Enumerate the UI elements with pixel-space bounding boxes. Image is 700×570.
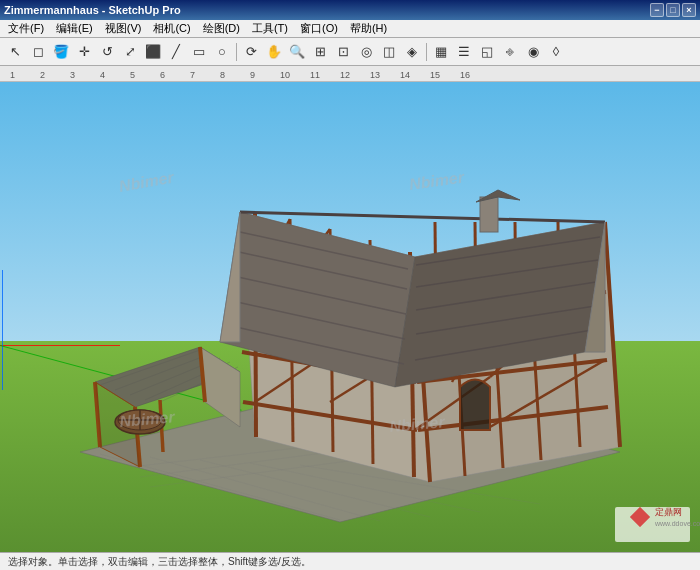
menu-item-o[interactable]: 窗口(O): [294, 20, 344, 37]
zoom-extents-button[interactable]: ⊞: [309, 41, 331, 63]
svg-text:Nbimer: Nbimer: [408, 168, 466, 193]
status-text: 选择对象。单击选择，双击编辑，三击选择整体，Shift键多选/反选。: [8, 555, 311, 569]
ruler-mark-11: 11: [310, 70, 340, 81]
ruler-mark-6: 6: [160, 70, 190, 81]
extra-tool-0-button[interactable]: ▦: [430, 41, 452, 63]
menu-item-e[interactable]: 编辑(E): [50, 20, 99, 37]
menu-item-t[interactable]: 工具(T): [246, 20, 294, 37]
ruler-mark-16: 16: [460, 70, 490, 81]
svg-marker-85: [220, 212, 240, 342]
window-controls: − □ ×: [650, 3, 696, 17]
extra-tool-2-button[interactable]: ◱: [476, 41, 498, 63]
ruler-mark-4: 4: [100, 70, 130, 81]
ruler-mark-13: 13: [370, 70, 400, 81]
paint-button[interactable]: 🪣: [50, 41, 72, 63]
toolbar-separator-2: [426, 43, 427, 61]
ruler-mark-14: 14: [400, 70, 430, 81]
svg-text:Nbimer: Nbimer: [118, 169, 176, 195]
select-button[interactable]: ↖: [4, 41, 26, 63]
toolbar-separator-1: [236, 43, 237, 61]
ruler-mark-2: 2: [40, 70, 70, 81]
svg-marker-72: [220, 212, 415, 387]
ruler-mark-8: 8: [220, 70, 250, 81]
minimize-button[interactable]: −: [650, 3, 664, 17]
ruler-mark-10: 10: [280, 70, 310, 81]
window-title: Zimmermannhaus - SketchUp Pro: [4, 4, 650, 16]
circle-button[interactable]: ○: [211, 41, 233, 63]
status-bar: 选择对象。单击选择，双击编辑，三击选择整体，Shift键多选/反选。: [0, 552, 700, 570]
building-3d: Nbimer Nbimer Nbimer Nbimer 定鼎网 www.ddov…: [0, 82, 700, 552]
menu-item-d[interactable]: 绘图(D): [197, 20, 246, 37]
svg-marker-15: [200, 347, 240, 427]
zoom-button[interactable]: 🔍: [286, 41, 308, 63]
viewport[interactable]: Nbimer Nbimer Nbimer Nbimer 定鼎网 www.ddov…: [0, 82, 700, 552]
ruler-mark-3: 3: [70, 70, 100, 81]
maximize-button[interactable]: □: [666, 3, 680, 17]
view8-button[interactable]: ◈: [401, 41, 423, 63]
svg-line-74: [240, 212, 605, 222]
menu-item-h[interactable]: 帮助(H): [344, 20, 393, 37]
ruler-mark-12: 12: [340, 70, 370, 81]
menu-bar: 文件(F)编辑(E)视图(V)相机(C)绘图(D)工具(T)窗口(O)帮助(H): [0, 20, 700, 38]
svg-text:www.ddove.com: www.ddove.com: [654, 520, 700, 527]
extra-tool-4-button[interactable]: ◉: [522, 41, 544, 63]
title-bar: Zimmermannhaus - SketchUp Pro − □ ×: [0, 0, 700, 20]
close-button[interactable]: ×: [682, 3, 696, 17]
move-button[interactable]: ✛: [73, 41, 95, 63]
orbit-button[interactable]: ⟳: [240, 41, 262, 63]
line-button[interactable]: ╱: [165, 41, 187, 63]
ruler-mark-1: 1: [10, 70, 40, 81]
view7-button[interactable]: ◫: [378, 41, 400, 63]
push-pull-button[interactable]: ⬛: [142, 41, 164, 63]
ruler-marks: 12345678910111213141516: [0, 66, 700, 81]
ruler-bar: 12345678910111213141516: [0, 66, 700, 82]
extra-tool-5-button[interactable]: ◊: [545, 41, 567, 63]
extra-tool-3-button[interactable]: ⎆: [499, 41, 521, 63]
ruler-mark-15: 15: [430, 70, 460, 81]
ruler-mark-9: 9: [250, 70, 280, 81]
svg-rect-87: [480, 197, 498, 232]
toolbar: ↖◻🪣✛↺⤢⬛╱▭○⟳✋🔍⊞⊡◎◫◈▦☰◱⎆◉◊: [0, 38, 700, 66]
rotate-button[interactable]: ↺: [96, 41, 118, 63]
ruler-mark-5: 5: [130, 70, 160, 81]
rectangle-button[interactable]: ▭: [188, 41, 210, 63]
menu-item-c[interactable]: 相机(C): [147, 20, 196, 37]
view6-button[interactable]: ◎: [355, 41, 377, 63]
view5-button[interactable]: ⊡: [332, 41, 354, 63]
eraser-button[interactable]: ◻: [27, 41, 49, 63]
menu-item-v[interactable]: 视图(V): [99, 20, 148, 37]
menu-item-f[interactable]: 文件(F): [2, 20, 50, 37]
svg-text:Nbimer: Nbimer: [119, 408, 176, 430]
scale-button[interactable]: ⤢: [119, 41, 141, 63]
ruler-mark-7: 7: [190, 70, 220, 81]
extra-tool-1-button[interactable]: ☰: [453, 41, 475, 63]
pan-button[interactable]: ✋: [263, 41, 285, 63]
svg-text:定鼎网: 定鼎网: [655, 507, 682, 517]
